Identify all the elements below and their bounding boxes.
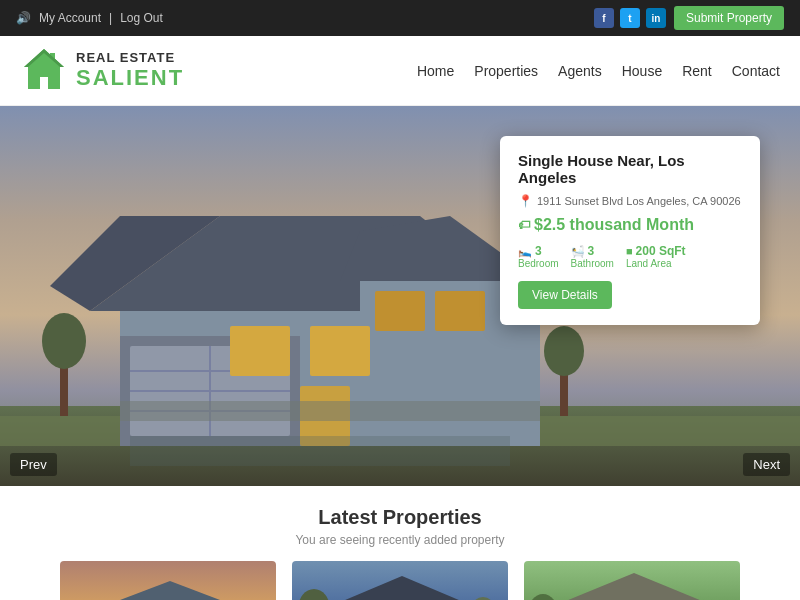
- submit-property-button[interactable]: Submit Property: [674, 6, 784, 30]
- property-address: 📍 1911 Sunset Blvd Los Angeles, CA 90026: [518, 194, 742, 208]
- svg-point-27: [544, 326, 584, 376]
- property-card: Single House Near, Los Angeles 📍 1911 Su…: [500, 136, 760, 325]
- bedroom-label: Bedroom: [518, 258, 559, 269]
- area-icon: ■: [626, 245, 633, 257]
- logo-icon: [20, 45, 68, 97]
- nav-agents[interactable]: Agents: [558, 63, 602, 79]
- property-thumb-2[interactable]: [292, 561, 508, 600]
- latest-subtitle: You are seeing recently added property: [20, 533, 780, 547]
- nav-home[interactable]: Home: [417, 63, 454, 79]
- area-label: Land Area: [626, 258, 672, 269]
- area-detail: ■ 200 SqFt Land Area: [626, 244, 686, 269]
- house-image-3: [524, 561, 740, 600]
- main-nav: Home Properties Agents House Rent Contac…: [417, 63, 780, 79]
- top-bar-right: f t in Submit Property: [594, 6, 784, 30]
- properties-grid: [20, 561, 780, 600]
- svg-rect-20: [375, 291, 425, 331]
- bathroom-label: Bathroom: [571, 258, 614, 269]
- hero-section: Single House Near, Los Angeles 📍 1911 Su…: [0, 106, 800, 486]
- hero-prev-button[interactable]: Prev: [10, 453, 57, 476]
- house-image-1: [60, 561, 276, 600]
- twitter-icon[interactable]: t: [620, 8, 640, 28]
- property-thumb-3[interactable]: [524, 561, 740, 600]
- bathroom-detail: 🛀 3 Bathroom: [571, 244, 614, 269]
- logo: REAL ESTATE SALIENT: [20, 45, 184, 97]
- top-bar-left: 🔊 My Account | Log Out: [16, 11, 163, 25]
- nav-house[interactable]: House: [622, 63, 662, 79]
- svg-point-25: [42, 313, 86, 369]
- bedroom-detail: 🛌 3 Bedroom: [518, 244, 559, 269]
- bed-icon: 🛌: [518, 245, 532, 258]
- view-details-button[interactable]: View Details: [518, 281, 612, 309]
- separator: |: [109, 11, 112, 25]
- svg-rect-21: [435, 291, 485, 331]
- top-bar: 🔊 My Account | Log Out f t in Submit Pro…: [0, 0, 800, 36]
- logo-text: REAL ESTATE SALIENT: [76, 50, 184, 92]
- my-account-link[interactable]: My Account: [39, 11, 101, 25]
- property-price: 🏷 $2.5 thousand Month: [518, 216, 742, 234]
- speaker-icon: 🔊: [16, 11, 31, 25]
- bath-icon: 🛀: [571, 245, 585, 258]
- header: REAL ESTATE SALIENT Home Properties Agen…: [0, 36, 800, 106]
- svg-rect-2: [40, 77, 48, 89]
- property-details: 🛌 3 Bedroom 🛀 3 Bathroom ■ 200 SqFt Land…: [518, 244, 742, 269]
- house-image-2: [292, 561, 508, 600]
- latest-title: Latest Properties: [20, 506, 780, 529]
- logout-link[interactable]: Log Out: [120, 11, 163, 25]
- hero-next-button[interactable]: Next: [743, 453, 790, 476]
- logo-salient: SALIENT: [76, 65, 184, 91]
- svg-rect-28: [130, 436, 510, 466]
- property-thumb-1[interactable]: [60, 561, 276, 600]
- svg-rect-23: [120, 401, 540, 421]
- linkedin-icon[interactable]: in: [646, 8, 666, 28]
- social-icons: f t in: [594, 8, 666, 28]
- pin-icon: 📍: [518, 194, 533, 208]
- svg-rect-18: [230, 326, 290, 376]
- nav-rent[interactable]: Rent: [682, 63, 712, 79]
- logo-real-estate: REAL ESTATE: [76, 50, 184, 66]
- tag-icon: 🏷: [518, 218, 530, 232]
- latest-properties-section: Latest Properties You are seeing recentl…: [0, 486, 800, 600]
- facebook-icon[interactable]: f: [594, 8, 614, 28]
- nav-properties[interactable]: Properties: [474, 63, 538, 79]
- nav-contact[interactable]: Contact: [732, 63, 780, 79]
- svg-rect-19: [310, 326, 370, 376]
- property-title: Single House Near, Los Angeles: [518, 152, 742, 186]
